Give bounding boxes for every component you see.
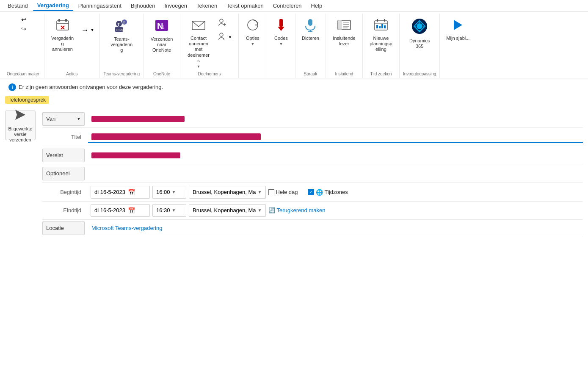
- vergadering-annuleren-icon: [55, 17, 70, 35]
- codes-dropdown-icon: ▼: [279, 42, 283, 46]
- titel-redacted: [91, 133, 261, 140]
- sjablonen-label: Mijn sjabl...: [446, 36, 469, 41]
- eindtijd-timezone-text: Brussel, Kopenhagen, Ma: [193, 207, 256, 213]
- teams-icon: T T meet: [113, 17, 130, 36]
- onenote-label: Verzenden naar OneNote: [150, 36, 174, 53]
- sjablonen-button[interactable]: Mijn sjabl...: [443, 15, 472, 43]
- onenote-icon: N 1: [154, 17, 170, 36]
- eindtijd-timezone-chevron: ▼: [258, 208, 262, 213]
- optioneel-button[interactable]: Optioneel: [42, 167, 85, 180]
- menu-bar: Bestand Vergadering Planningassistent Bi…: [0, 0, 588, 12]
- menu-item-planningassistent[interactable]: Planningassistent: [74, 1, 126, 11]
- menu-item-invoegen[interactable]: Invoegen: [160, 1, 192, 11]
- nieuwe-planningspeiling-button[interactable]: Nieuwe planningspeiling: [366, 15, 396, 55]
- send-button-area: Bijgewerkte versie verzenden: [5, 111, 36, 238]
- person-add-button[interactable]: [215, 17, 235, 30]
- ribbon-group-label-sjablonen: [443, 76, 472, 78]
- optioneel-value-area[interactable]: [88, 172, 583, 175]
- person-add-icon: [218, 18, 226, 28]
- eindtijd-label: Eindtijd: [42, 207, 85, 213]
- teams-vergadering-button[interactable]: T T meet Teams-vergadering: [107, 15, 136, 55]
- eindtijd-row: Eindtijd di 16-5-2023 📅 16:30 ▼ Brussel,…: [42, 202, 583, 220]
- menu-item-tekenen[interactable]: Tekenen: [192, 1, 221, 11]
- person-search-button[interactable]: ▼: [215, 30, 235, 44]
- vereist-button[interactable]: Vereist: [42, 149, 85, 162]
- terugkerend-label: Terugkerend maken: [277, 207, 326, 213]
- terugkerend-link[interactable]: 🔄 Terugkerend maken: [268, 207, 326, 213]
- locatie-button[interactable]: Locatie: [42, 221, 85, 235]
- teams-vergadering-link[interactable]: Microsoft Teams-vergadering: [91, 225, 162, 231]
- ribbon-group-onenote: N 1 Verzenden naar OneNote OneNote: [144, 14, 180, 78]
- dicteren-button[interactable]: Dicteren: [299, 15, 322, 43]
- ribbon-group-label-opties: [242, 76, 263, 78]
- allday-checkbox[interactable]: [268, 189, 274, 195]
- svg-rect-34: [377, 19, 378, 22]
- ribbon-group-label-spraak: Spraak: [299, 72, 322, 78]
- menu-item-controleren[interactable]: Controleren: [269, 1, 306, 11]
- svg-point-16: [220, 19, 223, 22]
- sjablonen-icon: [450, 17, 466, 35]
- dicteren-icon: [303, 17, 318, 35]
- forward-button[interactable]: → ▼: [79, 25, 97, 36]
- titel-value-area[interactable]: [88, 132, 583, 143]
- teams-vergadering-label: Teams-vergadering: [110, 36, 133, 53]
- ribbon: ↩ ↪ Ongedaan maken: [0, 12, 588, 78]
- ribbon-group-deelnemers: Contact opnemen met deelnemers ▼: [180, 14, 239, 78]
- insluitende-lezer-button[interactable]: Insluitende lezer: [329, 15, 359, 49]
- ribbon-group-label-acties: Acties: [48, 72, 97, 78]
- ribbon-group-opties: Opties ▼: [239, 14, 267, 78]
- begintijd-date-input[interactable]: di 16-5-2023 📅: [91, 186, 150, 199]
- optioneel-row: Optioneel: [42, 165, 583, 183]
- menu-item-tekst-opmaken[interactable]: Tekst opmaken: [222, 1, 268, 11]
- eindtijd-date-input[interactable]: di 16-5-2023 📅: [91, 204, 150, 217]
- send-updated-button[interactable]: Bijgewerkte versie verzenden: [5, 111, 36, 140]
- contact-opnemen-button[interactable]: Contact opnemen met deelnemers ▼: [184, 15, 213, 71]
- begintijd-timezone-select[interactable]: Brussel, Kopenhagen, Ma ▼: [189, 186, 266, 199]
- codes-button[interactable]: Codes ▼: [271, 15, 292, 48]
- menu-item-bijhouden[interactable]: Bijhouden: [127, 1, 160, 11]
- eindtijd-time-text: 16:30: [156, 207, 170, 213]
- timezones-area: ✓ 🌐 Tijdzones: [308, 189, 348, 196]
- menu-item-help[interactable]: Help: [307, 1, 327, 11]
- vergadering-annuleren-button[interactable]: Vergadering annuleren: [48, 15, 77, 55]
- begintijd-time-chevron: ▼: [172, 190, 176, 194]
- titel-row: Titel: [42, 129, 583, 146]
- codes-icon: [273, 17, 289, 35]
- van-button[interactable]: Van ▼: [42, 112, 85, 126]
- tijdzones-checkbox[interactable]: ✓: [308, 189, 314, 195]
- van-chevron-icon: ▼: [77, 116, 81, 121]
- person-dropdown-icon: ▼: [228, 35, 232, 39]
- eindtijd-time-chevron: ▼: [172, 208, 176, 213]
- category-tag[interactable]: Telefoongesprek: [5, 96, 49, 104]
- svg-rect-39: [384, 25, 386, 28]
- svg-text:1: 1: [162, 25, 165, 30]
- vergadering-annuleren-label: Vergadering annuleren: [51, 36, 75, 53]
- svg-rect-36: [376, 25, 378, 28]
- titel-label: Titel: [42, 130, 85, 144]
- svg-marker-43: [15, 110, 25, 120]
- optioneel-label: Optioneel: [46, 170, 70, 177]
- begintijd-time-select[interactable]: 16:00 ▼: [152, 186, 186, 199]
- eindtijd-time-select[interactable]: 16:30 ▼: [152, 204, 186, 217]
- svg-text:meet: meet: [116, 28, 125, 32]
- vereist-label: Vereist: [46, 152, 63, 158]
- opties-button[interactable]: Opties ▼: [242, 15, 263, 48]
- van-value-area[interactable]: [88, 114, 583, 124]
- ribbon-group-spraak: Dicteren Spraak: [295, 14, 326, 78]
- vereist-value-area[interactable]: [88, 151, 583, 160]
- van-redacted: [91, 116, 185, 122]
- begintijd-timezone-text: Brussel, Kopenhagen, Ma: [193, 189, 256, 195]
- begintijd-time-text: 16:00: [156, 189, 170, 195]
- svg-rect-38: [381, 24, 383, 28]
- redo-button[interactable]: ↪: [18, 25, 30, 33]
- dynamics365-button[interactable]: Dynamics 365: [405, 15, 434, 51]
- eindtijd-timezone-select[interactable]: Brussel, Kopenhagen, Ma ▼: [189, 204, 266, 217]
- menu-item-bestand[interactable]: Bestand: [3, 1, 32, 11]
- undo-button[interactable]: ↩: [18, 15, 30, 24]
- ribbon-group-label-codes: [271, 76, 292, 78]
- onenote-button[interactable]: N 1 Verzenden naar OneNote: [147, 15, 177, 55]
- dicteren-label: Dicteren: [302, 36, 319, 41]
- contact-opnemen-label: Contact opnemen met deelnemers: [187, 36, 210, 64]
- menu-item-vergadering[interactable]: Vergadering: [33, 0, 73, 11]
- ribbon-group-label-deelnemers: Deelnemers: [184, 72, 235, 78]
